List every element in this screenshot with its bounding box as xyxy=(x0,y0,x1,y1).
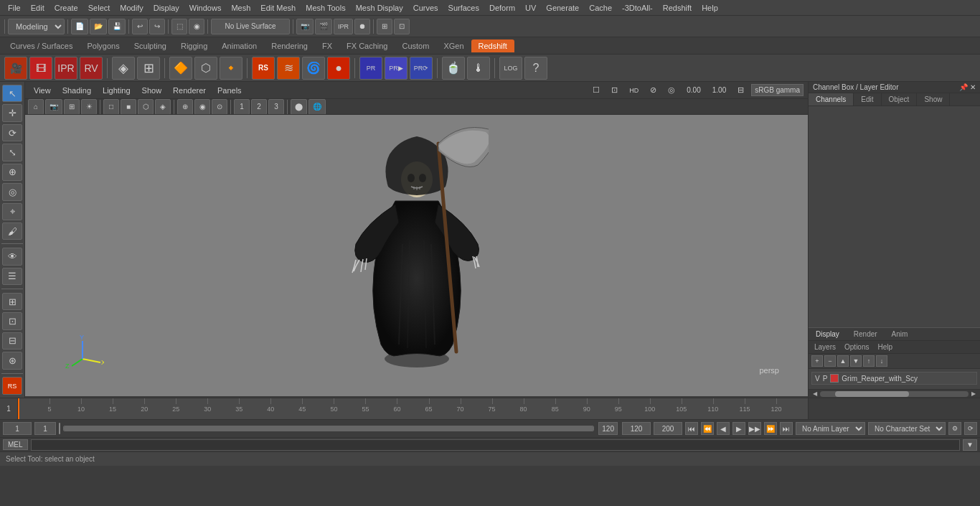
menu-mesh-tools[interactable]: Mesh Tools xyxy=(301,2,350,14)
shelf-icon-2[interactable]: 🎞 xyxy=(29,57,52,80)
viewport-icon-1[interactable]: ☐ xyxy=(587,83,606,97)
playback-play-btn[interactable]: ▶ xyxy=(732,422,745,435)
viewport-icon-3[interactable]: HD xyxy=(623,85,644,96)
render-btn[interactable]: 🎬 xyxy=(315,19,332,34)
shelf-icon-3[interactable]: IPR xyxy=(55,57,77,80)
le-menu-options[interactable]: Options xyxy=(842,342,872,352)
vp-res1-btn[interactable]: 1 xyxy=(234,99,250,115)
current-frame-input[interactable] xyxy=(3,422,32,435)
shelf-tab-animation[interactable]: Animation xyxy=(215,39,264,52)
layer-p-toggle[interactable]: P xyxy=(823,375,828,383)
menu-mesh-display[interactable]: Mesh Display xyxy=(351,2,408,14)
mel-language-btn[interactable]: MEL xyxy=(3,439,28,450)
scroll-right-btn[interactable]: ▶ xyxy=(969,390,979,398)
color-space-dropdown[interactable]: sRGB gamma xyxy=(751,84,804,96)
vp-show2-btn[interactable]: ◉ xyxy=(194,99,210,115)
cb-tab-show[interactable]: Show xyxy=(917,93,950,106)
rotate-tool-btn[interactable]: ⟳ xyxy=(2,124,22,141)
le-menu-help[interactable]: Help xyxy=(875,342,895,352)
scrollbar-thumb[interactable] xyxy=(835,391,910,397)
menu-redshift[interactable]: Redshift xyxy=(658,2,697,14)
outliner-btn[interactable]: ☰ xyxy=(2,268,22,285)
lasso-btn[interactable]: ◉ xyxy=(189,19,204,34)
viewport-shading-menu[interactable]: Shading xyxy=(57,84,97,97)
soft-select-btn[interactable]: ◎ xyxy=(2,183,22,200)
shelf-icon-mat1[interactable]: 🍵 xyxy=(442,57,465,80)
shelf-icon-8[interactable]: ⬡ xyxy=(194,57,217,80)
shelf-icon-pr3[interactable]: PR⟳ xyxy=(410,57,433,80)
undo-btn[interactable]: ↩ xyxy=(132,19,148,34)
shelf-tab-fx[interactable]: FX xyxy=(315,39,339,52)
vp-poly-btn[interactable]: □ xyxy=(103,99,119,115)
vp-cam-btn[interactable]: 📷 xyxy=(45,99,62,115)
camera-btn[interactable]: 📷 xyxy=(296,19,314,34)
playback-next-key-btn[interactable]: ⏩ xyxy=(764,422,777,435)
scale-tool-btn[interactable]: ⤡ xyxy=(2,144,22,161)
scrollbar-track[interactable] xyxy=(820,391,969,397)
layer-color-swatch[interactable] xyxy=(830,374,839,383)
viewport-show-menu[interactable]: Show xyxy=(136,84,168,97)
shelf-icon-5[interactable]: ◈ xyxy=(112,57,135,80)
playback-settings-btn[interactable]: ⚙ xyxy=(948,422,961,435)
shelf-icon-4[interactable]: RV xyxy=(80,57,103,80)
playback-end-btn[interactable]: ⏭ xyxy=(780,422,793,435)
vp-light-btn[interactable]: ☀ xyxy=(81,99,97,115)
grid-display-btn[interactable]: ⊞ xyxy=(2,293,22,310)
shelf-icon-rs2[interactable]: ≋ xyxy=(277,57,300,80)
viewport-lighting-menu[interactable]: Lighting xyxy=(97,84,136,97)
playback-start-btn[interactable]: ⏮ xyxy=(685,422,698,435)
playback-end-input[interactable] xyxy=(622,422,651,435)
shelf-icon-help[interactable]: ? xyxy=(524,57,547,80)
scroll-left-btn[interactable]: ◀ xyxy=(810,390,820,398)
grid-btn[interactable]: ⊞ xyxy=(377,19,392,34)
layer-delete-btn[interactable]: − xyxy=(824,355,836,367)
vp-show1-btn[interactable]: ⊕ xyxy=(177,99,193,115)
viewport-icon-6[interactable]: ⊟ xyxy=(732,83,750,97)
vp-wire-btn[interactable]: ⬡ xyxy=(138,99,154,115)
menu-windows[interactable]: Windows xyxy=(184,2,227,14)
viewport-icon-4[interactable]: ⊘ xyxy=(644,83,662,97)
cb-tab-edit[interactable]: Edit xyxy=(854,93,881,106)
range-slider[interactable] xyxy=(63,426,594,431)
vp-shade-btn[interactable]: ⬤ xyxy=(291,99,307,115)
vp-res3-btn[interactable]: 3 xyxy=(268,99,284,115)
ipr-btn[interactable]: IPR xyxy=(334,19,353,34)
vp-show3-btn[interactable]: ⊙ xyxy=(212,99,227,115)
lasso-select-btn[interactable]: ⌖ xyxy=(2,203,22,220)
redshift-logo-btn[interactable]: RS xyxy=(2,377,22,394)
snap-point-btn[interactable]: ⊛ xyxy=(2,352,22,369)
max-end-input[interactable] xyxy=(654,422,682,435)
snap-edge-btn[interactable]: ⊟ xyxy=(2,332,22,350)
le-tab-display[interactable]: Display xyxy=(809,328,847,340)
layer-v-toggle[interactable]: V xyxy=(815,375,820,383)
transform-tool-btn[interactable]: ⊕ xyxy=(2,164,22,181)
cb-tab-channels[interactable]: Channels xyxy=(809,93,854,106)
move-tool-btn[interactable]: ✛ xyxy=(2,104,22,121)
redo-btn[interactable]: ↪ xyxy=(149,19,165,34)
playback-prev-key-btn[interactable]: ⏪ xyxy=(701,422,714,435)
le-menu-layers[interactable]: Layers xyxy=(811,342,839,352)
layer-new-btn[interactable]: + xyxy=(811,355,823,367)
menu-edit-mesh[interactable]: Edit Mesh xyxy=(255,2,301,14)
vp-res2-btn[interactable]: 2 xyxy=(251,99,267,115)
menu-uv[interactable]: UV xyxy=(520,2,541,14)
shelf-tab-redshift[interactable]: Redshift xyxy=(471,39,514,52)
shelf-icon-6[interactable]: ⊞ xyxy=(137,57,160,80)
playback-next-btn[interactable]: ▶▶ xyxy=(748,422,761,435)
vp-xray-btn[interactable]: ◈ xyxy=(155,99,171,115)
viewport-icon-5[interactable]: ◎ xyxy=(662,83,681,97)
layer-icon5[interactable]: ↑ xyxy=(863,355,875,367)
le-tab-render[interactable]: Render xyxy=(847,328,885,340)
shelf-tab-xgen[interactable]: XGen xyxy=(436,39,471,52)
viewport-panels-menu[interactable]: Panels xyxy=(212,84,248,97)
cb-tab-object[interactable]: Object xyxy=(882,93,918,106)
shelf-tab-curves-surfaces[interactable]: Curves / Surfaces xyxy=(3,39,80,52)
open-scene-btn[interactable]: 📂 xyxy=(90,19,107,34)
char-set-dropdown[interactable]: No Character Set xyxy=(868,422,946,435)
range-start-input[interactable] xyxy=(34,422,56,435)
shelf-tab-sculpting[interactable]: Sculpting xyxy=(127,39,174,52)
shelf-icon-rs1[interactable]: RS xyxy=(252,57,275,80)
shelf-icon-9[interactable]: 🔸 xyxy=(220,57,242,80)
select-tool-btn[interactable]: ↖ xyxy=(2,85,22,102)
shelf-tab-fx-caching[interactable]: FX Caching xyxy=(339,39,395,52)
